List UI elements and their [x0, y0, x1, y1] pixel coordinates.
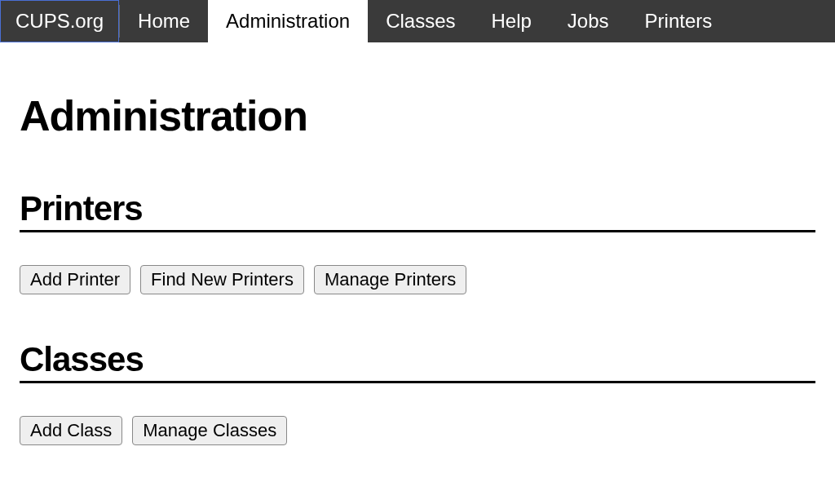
find-new-printers-button[interactable]: Find New Printers — [140, 265, 304, 294]
manage-classes-button[interactable]: Manage Classes — [132, 416, 287, 445]
nav-jobs[interactable]: Jobs — [550, 0, 627, 42]
manage-printers-button[interactable]: Manage Printers — [314, 265, 466, 294]
navbar: CUPS.org Home Administration Classes Hel… — [0, 0, 835, 42]
nav-classes[interactable]: Classes — [368, 0, 473, 42]
nav-brand[interactable]: CUPS.org — [0, 0, 119, 42]
page-title: Administration — [20, 91, 815, 140]
section-printers-title: Printers — [20, 189, 815, 232]
nav-home[interactable]: Home — [120, 0, 208, 42]
add-printer-button[interactable]: Add Printer — [20, 265, 130, 294]
content: Administration Printers Add Printer Find… — [0, 42, 835, 504]
section-classes-title: Classes — [20, 340, 815, 383]
printers-button-row: Add Printer Find New Printers Manage Pri… — [20, 265, 815, 294]
nav-printers[interactable]: Printers — [627, 0, 731, 42]
nav-administration[interactable]: Administration — [208, 0, 368, 42]
add-class-button[interactable]: Add Class — [20, 416, 122, 445]
nav-help[interactable]: Help — [474, 0, 550, 42]
classes-button-row: Add Class Manage Classes — [20, 416, 815, 445]
